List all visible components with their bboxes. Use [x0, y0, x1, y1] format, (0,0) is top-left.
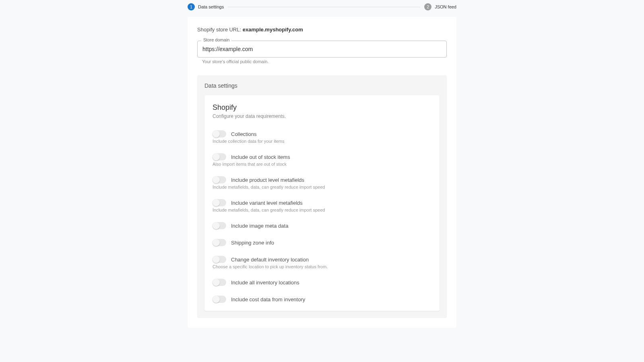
- toggle-collections: Collections Include collection data for …: [213, 130, 431, 144]
- step-circle-2: 2: [424, 3, 431, 10]
- toggle-switch-product-metafields[interactable]: [213, 176, 226, 183]
- toggle-desc: Also import items that are out of stock: [213, 162, 431, 167]
- data-settings-section: Data settings Shopify Configure your dat…: [197, 75, 447, 318]
- toggle-product-metafields: Include product level metafields Include…: [213, 176, 431, 189]
- store-url-value: example.myshopify.com: [243, 27, 303, 33]
- toggle-label: Collections: [231, 131, 257, 137]
- toggle-label: Include image meta data: [231, 223, 288, 229]
- toggle-desc: Include metafields, data, can greatly re…: [213, 185, 431, 189]
- step-data-settings[interactable]: 1 Data settings: [188, 3, 224, 10]
- stepper: 1 Data settings 2 JSON feed: [188, 2, 456, 17]
- toggle-switch-variant-metafields[interactable]: [213, 199, 226, 206]
- store-domain-field-wrapper: Store domain: [197, 41, 447, 58]
- toggle-switch-out-of-stock[interactable]: [213, 153, 226, 160]
- toggle-image-metadata: Include image meta data: [213, 222, 431, 229]
- toggle-out-of-stock: Include out of stock items Also import i…: [213, 153, 431, 167]
- toggle-variant-metafields: Include variant level metafields Include…: [213, 199, 431, 212]
- toggle-label: Include out of stock items: [231, 154, 290, 160]
- toggle-switch-cost-data[interactable]: [213, 296, 226, 303]
- toggle-all-inventory-locations: Include all inventory locations: [213, 279, 431, 286]
- toggle-default-inventory-location: Change default inventory location Choose…: [213, 256, 431, 269]
- card-sub: Configure your data requirements.: [213, 113, 431, 119]
- step-json-feed[interactable]: 2 JSON feed: [424, 3, 456, 10]
- toggle-cost-data: Include cost data from inventory: [213, 296, 431, 303]
- data-settings-title: Data settings: [204, 82, 440, 89]
- toggle-switch-collections[interactable]: [213, 130, 226, 138]
- card-heading: Shopify: [213, 103, 431, 112]
- toggle-switch-default-inventory-location[interactable]: [213, 256, 226, 263]
- toggle-shipping-zone: Shipping zone info: [213, 239, 431, 246]
- step-label-1: Data settings: [198, 4, 224, 9]
- toggle-switch-shipping-zone[interactable]: [213, 239, 226, 246]
- toggle-switch-all-inventory-locations[interactable]: [213, 279, 226, 286]
- store-domain-input[interactable]: [197, 41, 447, 58]
- toggle-label: Include cost data from inventory: [231, 296, 305, 302]
- store-domain-label: Store domain: [201, 37, 231, 42]
- toggle-desc: Choose a specific location to pick up in…: [213, 264, 431, 269]
- store-url-prefix: Shopify store URL:: [197, 27, 243, 33]
- store-url-line: Shopify store URL: example.myshopify.com: [197, 27, 447, 33]
- toggle-label: Include product level metafields: [231, 177, 304, 183]
- main-container: 1 Data settings 2 JSON feed Shopify stor…: [188, 2, 456, 328]
- toggle-label: Shipping zone info: [231, 240, 274, 246]
- toggle-label: Include all inventory locations: [231, 280, 299, 286]
- toggle-switch-image-metadata[interactable]: [213, 222, 226, 229]
- toggle-desc: Include collection data for your items: [213, 139, 431, 144]
- step-label-2: JSON feed: [435, 4, 456, 9]
- step-circle-1: 1: [188, 3, 195, 10]
- shopify-settings-card: Shopify Configure your data requirements…: [204, 95, 440, 311]
- toggle-label: Include variant level metafields: [231, 200, 303, 206]
- step-connector: [228, 7, 420, 7]
- toggle-desc: Include metafields, data, can greatly re…: [213, 208, 431, 212]
- store-domain-helper: Your store's official public domain.: [202, 59, 447, 64]
- toggle-label: Change default inventory location: [231, 257, 309, 263]
- settings-panel: Shopify store URL: example.myshopify.com…: [188, 17, 456, 328]
